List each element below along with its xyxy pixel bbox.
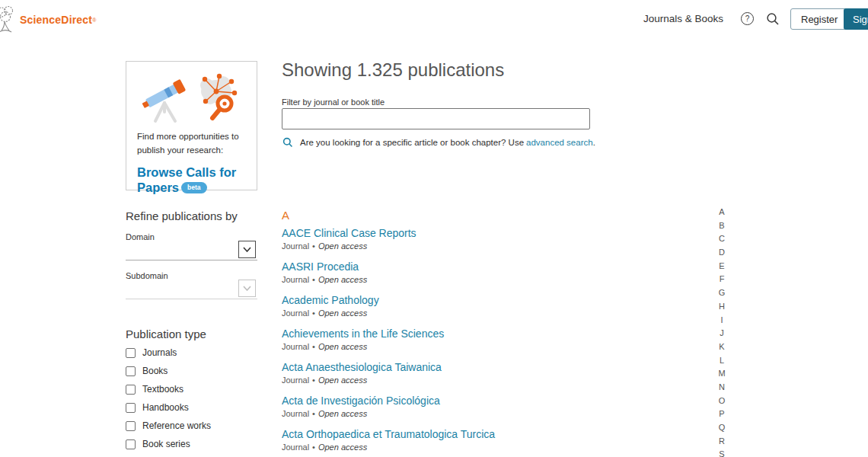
alphabet-letter-f[interactable]: F (713, 273, 731, 286)
publication-list-item: AASRI Procedia Journal•Open access (282, 260, 609, 286)
checkbox-icon[interactable] (126, 403, 136, 413)
meta-separator: • (312, 241, 315, 251)
checkbox-icon[interactable] (126, 366, 136, 376)
alphabet-letter-e[interactable]: E (713, 260, 731, 273)
meta-separator: • (312, 376, 315, 385)
alphabet-letter-a[interactable]: A (713, 206, 731, 219)
results-count-heading: Showing 1.325 publications (282, 59, 504, 81)
sign-in-button[interactable]: Sign in (844, 8, 868, 30)
alphabet-letter-k[interactable]: K (713, 340, 731, 354)
checkbox-textbooks[interactable]: Textbooks (126, 385, 211, 395)
search-icon[interactable] (766, 12, 780, 26)
filter-input-label: Filter by journal or book title (282, 97, 385, 107)
meta-separator: • (312, 409, 315, 418)
checkbox-label: Reference works (142, 421, 211, 431)
alphabet-letter-l[interactable]: L (713, 354, 731, 368)
register-button[interactable]: Register (790, 8, 848, 30)
brand-trademark: ® (92, 18, 96, 23)
alphabet-letter-s[interactable]: S (713, 448, 731, 457)
open-access-label: Open access (318, 275, 367, 284)
publication-meta: Journal•Open access (282, 442, 609, 453)
publication-type-filters: Journals Books Textbooks Handbooks Refer… (126, 348, 211, 457)
checkbox-books[interactable]: Books (126, 366, 211, 376)
publication-type: Journal (282, 342, 309, 351)
meta-separator: • (312, 443, 315, 452)
publication-type: Journal (282, 308, 309, 318)
publication-list-item: AACE Clinical Case Reports Journal•Open … (282, 226, 609, 252)
alphabet-letter-p[interactable]: P (713, 407, 731, 421)
alphabet-letter-i[interactable]: I (713, 314, 731, 328)
publication-title-link[interactable]: Acta de Investigación Psicológica (282, 395, 440, 407)
promo-text: Find more opportunities to publish your … (137, 130, 246, 158)
section-letter-heading: A (282, 209, 289, 222)
browse-calls-for-papers-link[interactable]: Browse Calls for Papersbeta (137, 165, 246, 196)
domain-select[interactable] (126, 239, 257, 260)
checkbox-label: Books (142, 366, 168, 376)
publication-type-heading: Publication type (126, 328, 206, 340)
open-access-label: Open access (318, 376, 367, 385)
publication-meta: Journal•Open access (282, 341, 609, 353)
alphabet-letter-c[interactable]: C (713, 232, 731, 246)
publication-title-link[interactable]: AACE Clinical Case Reports (282, 227, 416, 240)
alphabet-letter-o[interactable]: O (713, 395, 731, 408)
checkbox-label: Textbooks (142, 385, 183, 395)
hint-period: . (593, 138, 595, 147)
alphabet-letter-r[interactable]: R (713, 435, 731, 449)
filter-input[interactable] (282, 108, 590, 129)
checkbox-reference-works[interactable]: Reference works (126, 421, 211, 431)
help-icon[interactable]: ? (741, 12, 754, 25)
alphabet-index: A B C D E F G H I J K L M N O P Q R S (713, 206, 731, 457)
checkbox-journals[interactable]: Journals (126, 348, 211, 358)
publication-list-item: Acta de Investigación Psicológica Journa… (282, 394, 609, 420)
publication-type: Journal (282, 409, 309, 418)
hint-text: Are you looking for a specific article o… (300, 138, 524, 147)
publication-list-item: Acta Anaesthesiologica Taiwanica Journal… (282, 360, 609, 386)
brand-text: ScienceDirect (20, 14, 92, 26)
publication-title-link[interactable]: Acta Anaesthesiologica Taiwanica (282, 361, 442, 374)
nav-journals-books[interactable]: Journals & Books (643, 13, 723, 24)
advanced-search-link[interactable]: advanced search (526, 138, 593, 147)
alphabet-letter-g[interactable]: G (713, 286, 731, 300)
subdomain-select-disabled (126, 278, 257, 299)
checkbox-handbooks[interactable]: Handbooks (126, 403, 211, 413)
publication-title-link[interactable]: Academic Pathology (282, 294, 379, 307)
publication-type: Journal (282, 241, 309, 251)
alphabet-letter-b[interactable]: B (713, 219, 731, 233)
chevron-down-icon[interactable] (238, 241, 256, 258)
checkbox-label: Handbooks (142, 403, 189, 413)
beta-badge: beta (181, 182, 206, 193)
publication-list: AACE Clinical Case Reports Journal•Open … (282, 226, 609, 457)
meta-separator: • (312, 308, 315, 318)
alphabet-letter-j[interactable]: J (713, 327, 731, 340)
alphabet-letter-h[interactable]: H (713, 300, 731, 314)
publication-type: Journal (282, 275, 309, 284)
checkbox-icon[interactable] (126, 348, 136, 358)
meta-separator: • (312, 342, 315, 351)
checkbox-icon[interactable] (126, 385, 136, 395)
checkbox-book-series[interactable]: Book series (126, 439, 211, 449)
magnifier-glyph (766, 12, 780, 26)
publication-title-link[interactable]: Achievements in the Life Sciences (282, 328, 444, 340)
alphabet-letter-q[interactable]: Q (713, 421, 731, 435)
publication-title-link[interactable]: AASRI Procedia (282, 260, 359, 273)
checkbox-label: Book series (142, 439, 190, 449)
open-access-label: Open access (318, 443, 367, 452)
refine-heading: Refine publications by (126, 209, 238, 222)
alphabet-letter-m[interactable]: M (713, 367, 731, 381)
telescope-brain-illustration (139, 71, 245, 127)
publication-meta: Journal•Open access (282, 375, 609, 386)
checkbox-label: Journals (142, 348, 177, 358)
open-access-label: Open access (318, 342, 367, 351)
alphabet-letter-n[interactable]: N (713, 381, 731, 395)
checkbox-icon[interactable] (126, 439, 136, 449)
publication-list-item: Achievements in the Life Sciences Journa… (282, 327, 609, 353)
publication-meta: Journal•Open access (282, 408, 609, 420)
publication-meta: Journal•Open access (282, 308, 609, 319)
publication-title-link[interactable]: Acta Orthopaedica et Traumatologica Turc… (282, 428, 495, 441)
alphabet-letter-d[interactable]: D (713, 246, 731, 260)
meta-separator: • (312, 275, 315, 284)
calls-for-papers-promo-card: Find more opportunities to publish your … (126, 61, 257, 190)
sciencedirect-logo[interactable]: ScienceDirect® (0, 5, 96, 35)
checkbox-icon[interactable] (126, 421, 136, 431)
page: ScienceDirect® Journals & Books ? Regist… (0, 0, 868, 457)
